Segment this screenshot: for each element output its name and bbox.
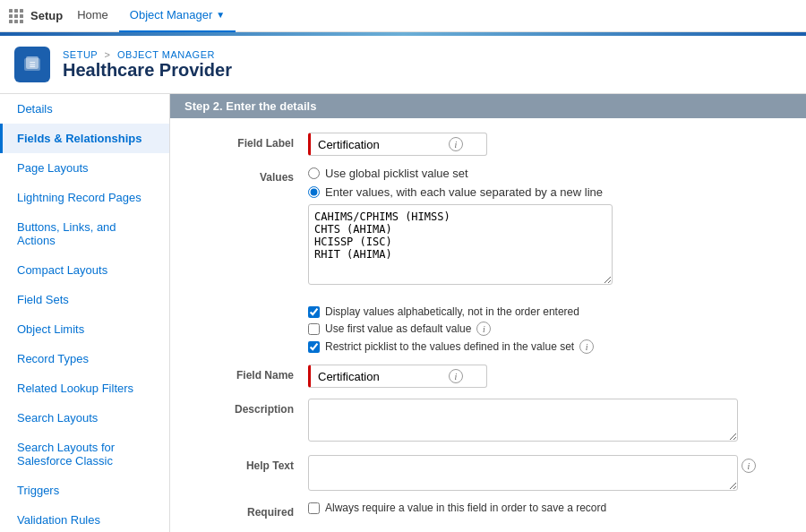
app-grid-icon[interactable] xyxy=(7,7,25,25)
header-text: SETUP > OBJECT MANAGER Healthcare Provid… xyxy=(63,49,232,81)
help-text-row: Help Text i xyxy=(192,455,785,491)
svg-text:≡: ≡ xyxy=(29,58,35,71)
svg-rect-2 xyxy=(20,9,23,13)
breadcrumb-setup[interactable]: SETUP xyxy=(63,49,98,60)
checkbox-display-alphabetically-input[interactable] xyxy=(308,306,320,318)
sidebar-item-buttons-links[interactable]: Buttons, Links, and Actions xyxy=(0,212,169,255)
svg-rect-3 xyxy=(9,14,13,18)
breadcrumb-separator: > xyxy=(105,49,111,60)
field-label-input-wrapper: i xyxy=(308,133,487,156)
help-text-label: Help Text xyxy=(192,455,308,472)
svg-rect-4 xyxy=(14,14,18,18)
field-label-input[interactable] xyxy=(318,138,443,151)
sidebar-item-triggers[interactable]: Triggers xyxy=(0,476,169,505)
svg-rect-5 xyxy=(20,14,23,18)
values-control: Use global picklist value set Enter valu… xyxy=(308,167,785,287)
sidebar-item-details[interactable]: Details xyxy=(0,94,169,124)
field-name-info-icon[interactable]: i xyxy=(449,369,463,383)
nav-grid: Setup xyxy=(7,7,63,25)
restrict-picklist-info-icon[interactable]: i xyxy=(579,339,594,354)
app-title: Setup xyxy=(30,9,63,22)
sidebar-item-field-sets[interactable]: Field Sets xyxy=(0,285,169,314)
help-text-textarea[interactable] xyxy=(308,455,738,491)
field-label-label: Field Label xyxy=(192,133,308,150)
radio-enter-values-input[interactable] xyxy=(308,186,320,198)
field-label-info-icon[interactable]: i xyxy=(449,137,463,151)
checkboxes-control: Display values alphabetically, not in th… xyxy=(308,298,785,354)
sidebar-item-lightning-record-pages[interactable]: Lightning Record Pages xyxy=(0,183,169,212)
layout: Details Fields & Relationships Page Layo… xyxy=(0,94,806,532)
required-label: Required xyxy=(192,502,308,519)
values-label: Values xyxy=(192,167,308,184)
values-row: Values Use global picklist value set Ent… xyxy=(192,167,785,287)
field-label-control: i xyxy=(308,133,785,156)
sidebar-item-page-layouts[interactable]: Page Layouts xyxy=(0,153,169,183)
radio-global-picklist-input[interactable] xyxy=(308,167,320,179)
breadcrumb: SETUP > OBJECT MANAGER xyxy=(63,49,232,60)
field-name-input[interactable] xyxy=(318,370,443,383)
field-label-row: Field Label i xyxy=(192,133,785,156)
svg-rect-0 xyxy=(9,9,13,13)
svg-rect-1 xyxy=(14,9,18,13)
checkbox-use-first-value-input[interactable] xyxy=(308,323,320,335)
checkbox-restrict-picklist-input[interactable] xyxy=(308,341,320,353)
description-control xyxy=(308,399,785,444)
checkboxes-row: Display values alphabetically, not in th… xyxy=(192,298,785,354)
description-row: Description xyxy=(192,399,785,444)
checkbox-display-alphabetically-label: Display values alphabetically, not in th… xyxy=(325,305,579,318)
picklist-values-textarea[interactable]: CAHIMS/CPHIMS (HIMSS) CHTS (AHIMA) HCISS… xyxy=(308,204,613,285)
sidebar-item-search-layouts[interactable]: Search Layouts xyxy=(0,403,169,433)
chevron-down-icon: ▼ xyxy=(216,10,225,20)
breadcrumb-object-manager[interactable]: OBJECT MANAGER xyxy=(117,49,215,60)
nav-object-manager[interactable]: Object Manager ▼ xyxy=(119,0,236,32)
required-checkbox-item: Always require a value in this field in … xyxy=(308,502,785,514)
sidebar-item-related-lookup-filters[interactable]: Related Lookup Filters xyxy=(0,373,169,403)
use-first-value-info-icon[interactable]: i xyxy=(476,322,491,336)
help-text-wrapper: i xyxy=(308,455,785,491)
help-text-control: i xyxy=(308,455,785,491)
checkbox-restrict-picklist: Restrict picklist to the values defined … xyxy=(308,339,785,354)
page-header: ≡ SETUP > OBJECT MANAGER Healthcare Prov… xyxy=(0,36,806,94)
sidebar: Details Fields & Relationships Page Layo… xyxy=(0,94,170,532)
radio-global-picklist: Use global picklist value set xyxy=(308,167,785,180)
sidebar-item-fields[interactable]: Fields & Relationships xyxy=(0,124,169,153)
field-name-label: Field Name xyxy=(192,365,308,382)
header-icon: ≡ xyxy=(14,47,50,82)
form-section: Field Label i Values Use global picklist… xyxy=(170,118,806,532)
checkbox-use-first-value-label: Use first value as default value xyxy=(325,322,471,335)
required-row: Required Always require a value in this … xyxy=(192,502,785,519)
svg-rect-8 xyxy=(20,20,23,23)
field-name-input-wrapper: i xyxy=(308,365,487,388)
description-label: Description xyxy=(192,399,308,416)
radio-enter-values-label: Enter values, with each value separated … xyxy=(325,185,603,199)
field-name-row: Field Name i xyxy=(192,365,785,388)
top-nav: Setup Home Object Manager ▼ xyxy=(0,0,806,32)
sidebar-item-validation-rules[interactable]: Validation Rules xyxy=(0,505,169,532)
field-name-control: i xyxy=(308,365,785,388)
svg-rect-7 xyxy=(14,20,18,23)
page-title: Healthcare Provider xyxy=(63,60,232,81)
sidebar-item-object-limits[interactable]: Object Limits xyxy=(0,314,169,344)
main-content: Step 2. Enter the details Field Label i … xyxy=(170,94,806,532)
required-checkbox-label: Always require a value in this field in … xyxy=(325,502,606,514)
radio-enter-values: Enter values, with each value separated … xyxy=(308,185,785,199)
checkbox-display-alphabetically: Display values alphabetically, not in th… xyxy=(308,305,785,318)
help-text-info-icon[interactable]: i xyxy=(742,459,756,473)
checkbox-group: Display values alphabetically, not in th… xyxy=(308,305,785,354)
sidebar-item-compact-layouts[interactable]: Compact Layouts xyxy=(0,255,169,285)
checkbox-restrict-picklist-label: Restrict picklist to the values defined … xyxy=(325,340,574,353)
checkbox-use-first-value: Use first value as default value i xyxy=(308,322,785,336)
values-radio-group: Use global picklist value set Enter valu… xyxy=(308,167,785,199)
svg-rect-6 xyxy=(9,20,13,23)
sidebar-item-record-types[interactable]: Record Types xyxy=(0,344,169,373)
sidebar-item-search-layouts-classic[interactable]: Search Layouts for Salesforce Classic xyxy=(0,433,169,476)
required-control: Always require a value in this field in … xyxy=(308,502,785,514)
nav-home[interactable]: Home xyxy=(66,0,119,32)
step-header: Step 2. Enter the details xyxy=(170,94,806,118)
description-textarea[interactable] xyxy=(308,399,738,442)
required-checkbox-input[interactable] xyxy=(308,502,320,514)
radio-global-picklist-label: Use global picklist value set xyxy=(325,167,468,180)
nav-links: Home Object Manager ▼ xyxy=(66,0,236,32)
